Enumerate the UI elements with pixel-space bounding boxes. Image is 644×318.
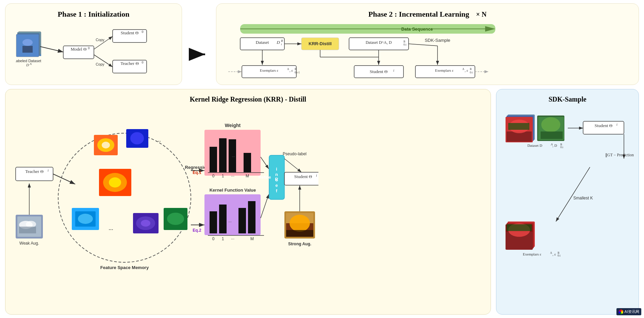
svg-text:0:i: 0:i <box>560 146 563 149</box>
svg-text:e: e <box>275 177 278 182</box>
svg-text:, ε: , ε <box>290 68 293 72</box>
watermark-text: AI资讯网 <box>625 309 639 314</box>
svg-text:i: i <box>393 69 394 72</box>
svg-point-100 <box>78 214 93 224</box>
svg-text:KRR-Distill: KRR-Distill <box>309 41 332 46</box>
svg-text:Student Θ: Student Θ <box>294 174 312 179</box>
svg-point-4 <box>22 39 33 46</box>
svg-text:···: ··· <box>231 174 234 178</box>
svg-line-145 <box>261 157 269 169</box>
svg-rect-119 <box>244 153 251 172</box>
svg-text:SDK-Sample: SDK-Sample <box>425 38 450 43</box>
svg-text:···: ··· <box>109 226 113 233</box>
phase1-container: Phase 1 : Initialization Labeled Dataset… <box>5 3 182 85</box>
svg-text:i: i <box>48 169 49 172</box>
svg-line-146 <box>261 194 269 218</box>
svg-text:Dataset D: Dataset D <box>527 143 542 147</box>
svg-text:Pseudo-label: Pseudo-label <box>283 152 307 156</box>
svg-text:D: D <box>26 63 29 67</box>
svg-rect-190 <box>507 224 532 231</box>
svg-text:Dataset D^A, D: Dataset D^A, D <box>366 40 392 45</box>
svg-text:Weak Aug.: Weak Aug. <box>19 241 39 246</box>
svg-text:A: A <box>29 62 32 66</box>
svg-text:0:i: 0:i <box>403 43 407 46</box>
svg-text:B: B <box>281 39 283 42</box>
svg-line-49 <box>409 44 437 46</box>
krr-diagram: Teacher Θ i Weak Aug. Feature Space Memo… <box>12 103 318 303</box>
svg-text:Exemplars ε: Exemplars ε <box>260 68 279 72</box>
svg-text:1: 1 <box>222 174 224 178</box>
svg-rect-128 <box>219 205 227 233</box>
watermark-icon <box>618 310 623 314</box>
svg-text:Labeled Dataset: Labeled Dataset <box>16 59 41 63</box>
svg-rect-5 <box>22 46 33 53</box>
svg-rect-127 <box>210 211 217 233</box>
svg-text:Strong Aug.: Strong Aug. <box>288 242 311 246</box>
svg-text:···: ··· <box>228 219 232 224</box>
watermark: AI资讯网 <box>616 308 641 315</box>
svg-text:B: B <box>470 68 472 71</box>
svg-text:0: 0 <box>212 174 215 178</box>
sdk-title: SDK-Sample <box>505 95 630 103</box>
svg-text:Kernel Function Value: Kernel Function Value <box>210 188 256 193</box>
svg-rect-131 <box>248 201 255 233</box>
svg-text:n: n <box>275 172 278 177</box>
svg-text:B: B <box>295 68 296 71</box>
svg-text:, D: , D <box>552 143 557 147</box>
svg-text:A: A <box>287 68 289 71</box>
svg-text:Model Θ: Model Θ <box>71 47 87 52</box>
svg-text:i: i <box>276 166 277 172</box>
svg-rect-171 <box>541 131 563 139</box>
svg-text:Smallest K: Smallest K <box>573 196 593 200</box>
svg-line-9 <box>40 47 63 52</box>
svg-text:i: i <box>316 174 317 177</box>
svg-text:Student Θ: Student Θ <box>370 69 387 74</box>
svg-text:1: 1 <box>222 236 224 241</box>
svg-rect-116 <box>219 138 227 172</box>
svg-rect-157 <box>286 230 313 237</box>
sdk-diagram: Dataset D A , D B 0:i Student Θ i ‖GT − … <box>505 106 634 303</box>
phase-transition-arrow <box>189 48 209 61</box>
svg-text:Student Θ: Student Θ <box>121 30 138 35</box>
svg-text:Feature Space Memory: Feature Space Memory <box>100 265 149 270</box>
svg-point-170 <box>541 117 560 132</box>
svg-point-104 <box>141 220 150 227</box>
svg-point-93 <box>130 132 144 144</box>
svg-text:···: ··· <box>232 154 235 159</box>
times-n: × N <box>476 11 486 18</box>
svg-text:M: M <box>250 236 254 241</box>
phase1-diagram: Labeled Dataset D A Model Θ 0 Copy Copy … <box>16 22 172 82</box>
svg-text:0: 0 <box>88 46 90 50</box>
svg-text:Copy: Copy <box>96 38 104 42</box>
svg-marker-86 <box>28 183 31 187</box>
svg-rect-83 <box>19 227 36 233</box>
svg-text:0: 0 <box>142 60 144 64</box>
phase2-title: Phase 2 : Incremental Learning <box>368 10 469 19</box>
svg-text:B: B <box>403 40 405 43</box>
krr-container: Kernel Ridge Regression (KRR) - Distill … <box>5 89 491 315</box>
svg-rect-167 <box>508 123 529 130</box>
svg-text:‖GT − Prediction‖: ‖GT − Prediction‖ <box>605 153 634 157</box>
svg-text:···: ··· <box>231 236 234 241</box>
phase-arrow <box>189 24 209 85</box>
svg-text:Copy: Copy <box>96 62 104 66</box>
svg-text:M: M <box>246 174 249 178</box>
svg-text:···: ··· <box>156 138 161 145</box>
sdk-container: SDK-Sample <box>496 89 639 315</box>
svg-line-148 <box>284 159 301 172</box>
svg-text:Exemplars ε: Exemplars ε <box>435 68 454 72</box>
svg-text:Teacher Θ: Teacher Θ <box>25 169 44 174</box>
svg-text:, ε: , ε <box>465 68 468 72</box>
svg-text:Exemplars ε: Exemplars ε <box>523 252 542 256</box>
svg-text:Eq.1: Eq.1 <box>193 170 201 175</box>
svg-text:Teacher Θ: Teacher Θ <box>120 61 139 66</box>
svg-text:A: A <box>550 251 552 254</box>
svg-text:Dataset: Dataset <box>256 40 269 45</box>
svg-text:i: i <box>616 123 617 126</box>
svg-text:Refine: Refine <box>259 175 271 180</box>
svg-text:0:i: 0:i <box>470 71 473 74</box>
svg-text:0:i: 0:i <box>558 254 561 257</box>
svg-point-156 <box>290 215 310 232</box>
svg-point-91 <box>102 142 110 148</box>
svg-line-183 <box>556 167 590 222</box>
